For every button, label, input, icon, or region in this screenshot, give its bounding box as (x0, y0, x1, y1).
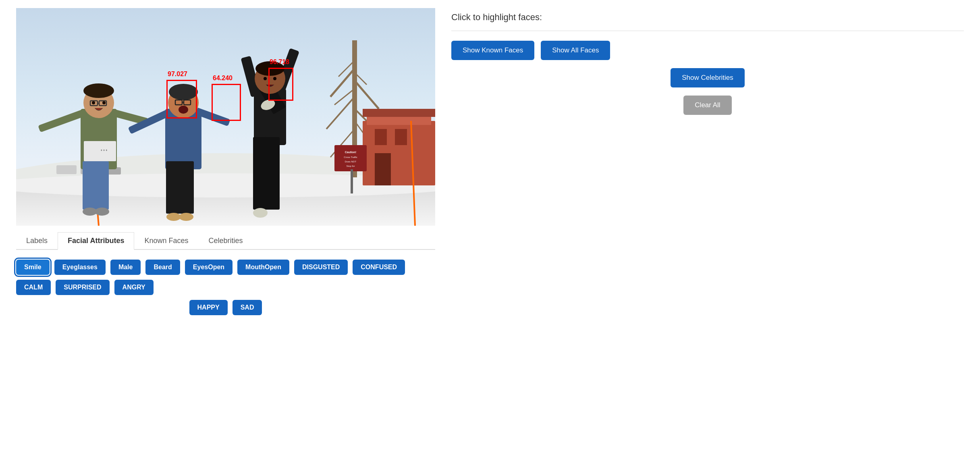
svg-rect-45 (84, 141, 116, 161)
tab-labels[interactable]: Labels (16, 232, 58, 249)
svg-rect-48 (179, 161, 194, 214)
svg-text:♦ ♦ ♦: ♦ ♦ ♦ (101, 148, 108, 152)
tab-facial-attributes[interactable]: Facial Attributes (58, 232, 134, 250)
badges-row-1: Smile Eyeglasses Male Beard EyesOpen Mou… (16, 260, 435, 295)
badge-male[interactable]: Male (110, 260, 141, 275)
show-celebrities-button[interactable]: Show Celebrities (671, 68, 745, 87)
show-known-faces-button[interactable]: Show Known Faces (451, 41, 534, 60)
svg-rect-26 (56, 165, 77, 174)
badge-disgusted[interactable]: DISGUSTED (294, 260, 348, 275)
badges-container: Smile Eyeglasses Male Beard EyesOpen Mou… (16, 260, 435, 315)
badge-calm[interactable]: CALM (16, 280, 51, 295)
badge-beard[interactable]: Beard (145, 260, 180, 275)
tab-celebrities[interactable]: Celebrities (198, 232, 253, 249)
button-row-clear: Clear All (451, 96, 964, 115)
svg-text:Caution!: Caution! (345, 151, 356, 154)
svg-rect-19 (363, 109, 435, 117)
button-row-top: Show Known Faces Show All Faces (451, 41, 964, 60)
svg-point-49 (166, 213, 181, 221)
highlight-title: Click to highlight faces: (451, 12, 964, 23)
badge-smile[interactable]: Smile (16, 260, 50, 275)
divider-top (451, 31, 964, 31)
svg-rect-33 (95, 161, 109, 210)
svg-point-35 (95, 208, 109, 216)
badge-sad[interactable]: SAD (233, 300, 262, 315)
svg-point-40 (92, 101, 95, 104)
badge-mouthopen[interactable]: MouthOpen (237, 260, 289, 275)
svg-text:Cross Traffic: Cross Traffic (344, 156, 357, 158)
svg-point-41 (102, 101, 106, 104)
svg-text:Stop for: Stop for (346, 165, 355, 167)
svg-rect-21 (351, 169, 353, 193)
tab-known-faces[interactable]: Known Faces (134, 232, 198, 249)
svg-rect-18 (375, 153, 391, 185)
face-label-1: 97.027 (168, 71, 187, 78)
photo-canvas: Caution! Cross Traffic Does NOT Stop for (16, 8, 435, 226)
face-label-3: 96.718 (270, 58, 289, 66)
svg-rect-32 (83, 161, 97, 210)
svg-point-39 (83, 83, 114, 98)
svg-text:Does NOT: Does NOT (345, 160, 357, 163)
clear-all-button[interactable]: Clear All (683, 96, 731, 115)
svg-rect-61 (265, 137, 280, 210)
badge-angry[interactable]: ANGRY (114, 280, 154, 295)
page-container: Caution! Cross Traffic Does NOT Stop for (0, 0, 980, 328)
badge-eyeglasses[interactable]: Eyeglasses (54, 260, 106, 275)
badges-row-2: HAPPY SAD (16, 300, 435, 315)
svg-rect-17 (395, 129, 407, 145)
badge-surprised[interactable]: SURPRISED (56, 280, 109, 295)
face-box-1: 97.027 (166, 80, 197, 118)
button-row-celebrities: Show Celebrities (451, 68, 964, 87)
svg-rect-16 (375, 129, 387, 145)
face-box-2: 64.240 (212, 84, 241, 121)
right-panel: Click to highlight faces: Show Known Fac… (451, 8, 964, 320)
face-box-3: 96.718 (268, 68, 293, 101)
tabs-container: Labels Facial Attributes Known Faces Cel… (16, 232, 435, 250)
badge-eyesopen[interactable]: EyesOpen (185, 260, 233, 275)
left-panel: Caution! Cross Traffic Does NOT Stop for (16, 8, 435, 320)
badge-happy[interactable]: HAPPY (189, 300, 228, 315)
show-all-faces-button[interactable]: Show All Faces (541, 41, 610, 60)
svg-point-63 (253, 208, 268, 218)
badge-confused[interactable]: CONFUSED (353, 260, 405, 275)
svg-point-69 (264, 77, 267, 80)
face-label-2: 64.240 (213, 75, 233, 82)
svg-point-50 (179, 213, 193, 221)
